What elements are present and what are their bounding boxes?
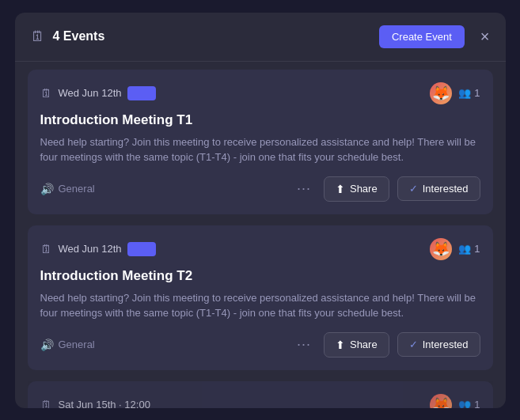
avatar: 🦊 xyxy=(430,238,452,260)
event-date: Wed Jun 12th xyxy=(59,87,122,99)
close-button[interactable]: × xyxy=(480,28,490,44)
event-title: Introduction Meeting T2 xyxy=(40,268,480,284)
event-card-t2: 🗓 Wed Jun 12th 🦊 👥 1 Introduction Meetin… xyxy=(28,225,493,370)
speaker-icon: 🔊 xyxy=(40,183,54,195)
share-icon: ⬆ xyxy=(336,183,345,195)
avatar-emoji: 🦊 xyxy=(432,240,450,258)
attendee-number: 1 xyxy=(474,243,480,255)
date-badge xyxy=(127,86,156,100)
event-card-footer: 🔊 General ··· ⬆ Share ✓ Interested xyxy=(40,332,480,358)
event-card-t1: 🗓 Wed Jun 12th 🦊 👥 1 Introduction Meetin… xyxy=(28,70,493,214)
events-count-label: 4 Events xyxy=(53,29,371,44)
check-icon: ✓ xyxy=(409,339,418,350)
event-date-row: 🗓 Wed Jun 12th xyxy=(40,86,157,100)
event-card-header: 🗓 Wed Jun 12th 🦊 👥 1 xyxy=(40,82,480,104)
event-card-t3: 🗓 Sat Jun 15th · 12:00 🦊 👥 1 xyxy=(28,381,493,408)
interested-button[interactable]: ✓ Interested xyxy=(397,332,480,357)
more-options-button[interactable]: ··· xyxy=(292,177,316,200)
event-description: Need help starting? Join this meeting to… xyxy=(40,290,480,321)
events-list: 🗓 Wed Jun 12th 🦊 👥 1 Introduction Meetin… xyxy=(15,62,506,408)
event-card-header: 🗓 Wed Jun 12th 🦊 👥 1 xyxy=(40,238,480,260)
avatar-emoji: 🦊 xyxy=(432,396,450,408)
channel-name: General xyxy=(59,183,95,195)
event-card-header: 🗓 Sat Jun 15th · 12:00 🦊 👥 1 xyxy=(40,394,480,408)
share-icon: ⬆ xyxy=(336,339,345,351)
event-meta: 🦊 👥 1 xyxy=(430,394,480,408)
more-options-button[interactable]: ··· xyxy=(292,333,316,356)
people-icon: 👥 xyxy=(458,87,471,99)
calendar-icon: 🗓 xyxy=(40,398,52,408)
event-meta: 🦊 👥 1 xyxy=(430,82,480,104)
avatar-emoji: 🦊 xyxy=(432,85,450,102)
speaker-icon: 🔊 xyxy=(40,339,54,351)
event-date: Sat Jun 15th · 12:00 xyxy=(59,399,150,408)
check-icon: ✓ xyxy=(409,183,418,195)
event-date-row: 🗓 Sat Jun 15th · 12:00 xyxy=(40,398,150,408)
event-card-footer: 🔊 General ··· ⬆ Share ✓ Interested xyxy=(40,176,480,202)
channel-name: General xyxy=(59,339,95,350)
event-date: Wed Jun 12th xyxy=(59,243,122,255)
create-event-button[interactable]: Create Event xyxy=(379,25,465,48)
share-button[interactable]: ⬆ Share xyxy=(324,176,389,202)
interested-label: Interested xyxy=(423,339,469,350)
event-description: Need help starting? Join this meeting to… xyxy=(40,134,480,165)
avatar: 🦊 xyxy=(430,394,452,408)
attendee-count: 👥 1 xyxy=(458,399,480,408)
events-modal: 🗓 4 Events Create Event × 🗓 Wed Jun 12th… xyxy=(15,13,506,408)
attendee-count: 👥 1 xyxy=(458,87,480,99)
share-button[interactable]: ⬆ Share xyxy=(324,332,389,358)
share-label: Share xyxy=(350,339,378,350)
calendar-header-icon: 🗓 xyxy=(31,28,45,45)
attendee-number: 1 xyxy=(474,87,480,99)
share-label: Share xyxy=(350,183,378,195)
attendee-count: 👥 1 xyxy=(458,243,480,255)
interested-button[interactable]: ✓ Interested xyxy=(397,176,480,201)
event-meta: 🦊 👥 1 xyxy=(430,238,480,260)
avatar: 🦊 xyxy=(430,82,452,104)
calendar-icon: 🗓 xyxy=(40,86,52,100)
event-title: Introduction Meeting T1 xyxy=(40,112,480,128)
event-date-row: 🗓 Wed Jun 12th xyxy=(40,242,157,256)
people-icon: 👥 xyxy=(458,399,471,408)
interested-label: Interested xyxy=(423,183,469,195)
attendee-number: 1 xyxy=(474,399,480,408)
channel-row: 🔊 General xyxy=(40,183,284,195)
date-badge xyxy=(127,242,156,256)
people-icon: 👥 xyxy=(458,243,471,255)
channel-row: 🔊 General xyxy=(40,339,284,351)
modal-header: 🗓 4 Events Create Event × xyxy=(15,13,506,62)
calendar-icon: 🗓 xyxy=(40,242,52,255)
